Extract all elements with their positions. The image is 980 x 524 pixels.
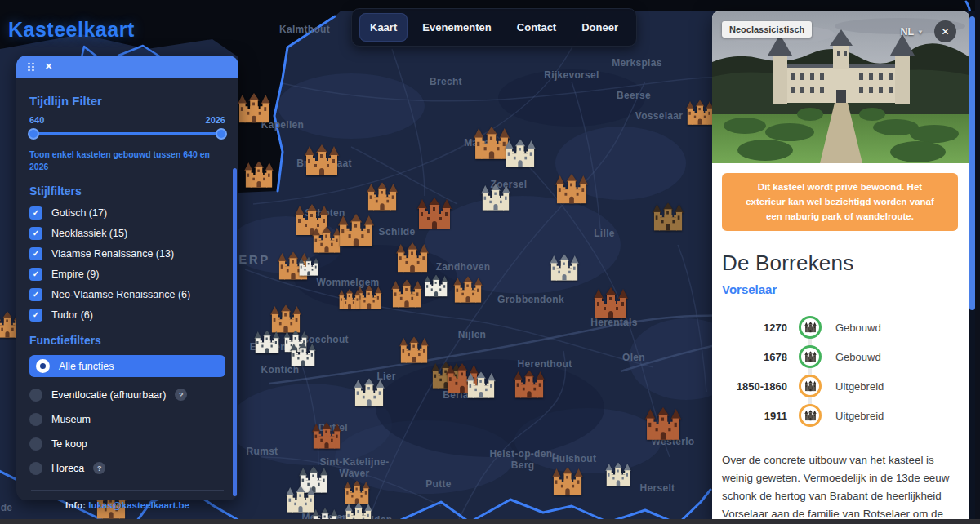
style-filter-label: Gotisch (17)	[51, 207, 107, 219]
help-icon[interactable]: ?	[93, 462, 105, 474]
castle-marker-icon[interactable]	[304, 144, 340, 177]
castle-marker-icon[interactable]	[452, 276, 483, 304]
castle-marker-icon[interactable]	[254, 331, 281, 355]
function-filter-label: Museum	[51, 414, 91, 425]
style-filter-row[interactable]: ✓Neo-Vlaamse Renaissance (6)	[29, 287, 225, 301]
castle-marker-icon[interactable]	[513, 370, 546, 399]
castle-marker-icon[interactable]	[390, 279, 423, 309]
tab-kaart[interactable]: Kaart	[359, 13, 408, 42]
help-icon[interactable]: ?	[175, 389, 187, 401]
chevron-down-icon: ▼	[917, 29, 924, 36]
castle-marker-icon[interactable]	[644, 407, 682, 442]
castle-marker-icon[interactable]	[237, 93, 271, 124]
style-filter-row[interactable]: ✓Neoklassiek (15)	[29, 226, 225, 240]
castle-marker-icon[interactable]	[311, 422, 341, 450]
checkbox-checked-icon[interactable]: ✓	[29, 268, 42, 281]
function-filter-row[interactable]: Te koop	[29, 437, 225, 451]
timeline-range-slider[interactable]	[29, 128, 225, 140]
function-filter-label: Alle functies	[59, 361, 114, 372]
castle-marker-icon[interactable]	[416, 198, 452, 230]
castle-marker-icon[interactable]	[605, 463, 632, 487]
info-prefix: Info:	[65, 500, 86, 510]
style-filter-row[interactable]: ✓Gotisch (17)	[29, 206, 225, 220]
checkbox-checked-icon[interactable]: ✓	[29, 206, 42, 220]
radio-icon[interactable]	[29, 413, 42, 426]
timeline-max-label: 2026	[206, 115, 225, 125]
castle-marker-icon[interactable]	[685, 100, 714, 126]
timeline-year: 1270	[712, 322, 787, 334]
detail-panel-scroll-thumb[interactable]	[969, 16, 975, 310]
castle-marker-icon[interactable]	[243, 161, 274, 189]
function-filter-row[interactable]: Eventlocatie (afhuurbaar)?	[29, 388, 225, 402]
timeline-event-label: Uitgebreid	[835, 410, 884, 422]
checkbox-checked-icon[interactable]: ✓	[29, 309, 42, 322]
castle-marker-icon[interactable]	[298, 257, 319, 277]
timeline-filter-caption: Toon enkel kastelen gebouwd tussen 640 e…	[29, 149, 225, 172]
castle-description: Over de concrete uitbouw van het kasteel…	[722, 451, 958, 524]
info-email-link[interactable]: lukas@kasteelkaart.be	[88, 500, 189, 510]
filter-panel-scrollbar[interactable]	[233, 168, 237, 496]
timeline-event-label: Gebouwd	[835, 322, 881, 334]
castle-marker-icon[interactable]	[593, 287, 629, 320]
language-selector[interactable]: NL ▼	[900, 26, 924, 38]
checkbox-checked-icon[interactable]: ✓	[29, 288, 42, 301]
function-filter-row[interactable]: Horeca?	[29, 461, 225, 475]
castle-marker-icon[interactable]	[399, 336, 429, 364]
castle-marker-icon[interactable]	[338, 289, 362, 310]
timeline-row: 1270Gebouwd	[712, 313, 969, 342]
style-filters-title: Stijlfilters	[29, 184, 225, 198]
radio-icon[interactable]	[29, 389, 42, 402]
panel-divider	[31, 490, 224, 491]
style-filters-list: ✓Gotisch (17)✓Neoklassiek (15)✓Vlaamse R…	[29, 206, 225, 322]
castle-marker-icon[interactable]	[395, 242, 430, 273]
castle-marker-icon[interactable]	[337, 214, 375, 248]
castle-marker-icon[interactable]	[466, 371, 496, 399]
function-filter-row[interactable]: Museum	[29, 412, 225, 426]
app-window: KalmthoutBrechtRijkevorselMerksplasBeers…	[0, 0, 980, 524]
castle-marker-icon[interactable]	[652, 202, 684, 232]
timeline-row: 1911Uitgebreid	[712, 401, 969, 430]
castle-marker-icon[interactable]	[353, 378, 385, 407]
function-filter-label: Te koop	[51, 438, 87, 450]
function-filter-row[interactable]: Alle functies	[29, 355, 225, 377]
castle-location-link[interactable]: Vorselaar	[722, 282, 969, 296]
style-badge: Neoclassicistisch	[722, 21, 812, 38]
tab-doneer[interactable]: Doneer	[571, 13, 629, 42]
filter-panel-header[interactable]: ✕	[16, 56, 238, 78]
timeline-castle-icon	[799, 345, 822, 368]
radio-selected-icon[interactable]	[36, 359, 50, 373]
slider-handle-min[interactable]	[28, 128, 39, 140]
function-filters-title: Functiefilters	[29, 334, 225, 347]
tab-contact[interactable]: Contact	[506, 13, 567, 42]
checkbox-checked-icon[interactable]: ✓	[29, 227, 42, 240]
top-nav: KaartEvenementenContactDoneer	[351, 8, 637, 47]
castle-marker-icon[interactable]	[344, 481, 371, 505]
radio-icon[interactable]	[29, 462, 42, 475]
castle-marker-icon[interactable]	[480, 184, 510, 211]
timeline-row: 1850-1860Uitgebreid	[712, 371, 969, 401]
castle-marker-icon[interactable]	[555, 174, 589, 205]
castle-marker-icon[interactable]	[366, 182, 399, 211]
close-panel-button[interactable]: ✕	[934, 20, 956, 42]
slider-track[interactable]	[29, 132, 225, 135]
timeline-castle-icon	[799, 316, 822, 339]
castle-marker-icon[interactable]	[290, 343, 317, 367]
radio-icon[interactable]	[29, 437, 42, 451]
slider-handle-max[interactable]	[216, 128, 227, 140]
castle-detail-panel: Neoclassicistisch NL ▼ ✕ Dit kasteel wor…	[712, 11, 969, 524]
app-logo: Kasteelkaart	[8, 18, 135, 42]
style-filter-row[interactable]: ✓Tudor (6)	[29, 308, 225, 322]
style-filter-row[interactable]: ✓Empire (9)	[29, 267, 225, 281]
checkbox-checked-icon[interactable]: ✓	[29, 247, 42, 260]
tab-evenementen[interactable]: Evenementen	[412, 13, 502, 42]
castle-marker-icon[interactable]	[549, 254, 579, 282]
castle-history-timeline: 1270Gebouwd1678Gebouwd1850-1860Uitgebrei…	[712, 313, 969, 430]
filter-panel-close-icon[interactable]: ✕	[45, 62, 52, 71]
detail-panel-scrollbar[interactable]	[969, 11, 975, 524]
drag-handle-icon[interactable]	[27, 62, 35, 72]
style-filter-row[interactable]: ✓Vlaamse Renaissance (13)	[29, 246, 225, 260]
castle-marker-icon[interactable]	[504, 139, 537, 168]
castle-marker-icon[interactable]	[551, 467, 584, 496]
castle-marker-icon[interactable]	[424, 275, 449, 298]
timeline-event-label: Uitgebreid	[835, 380, 884, 393]
